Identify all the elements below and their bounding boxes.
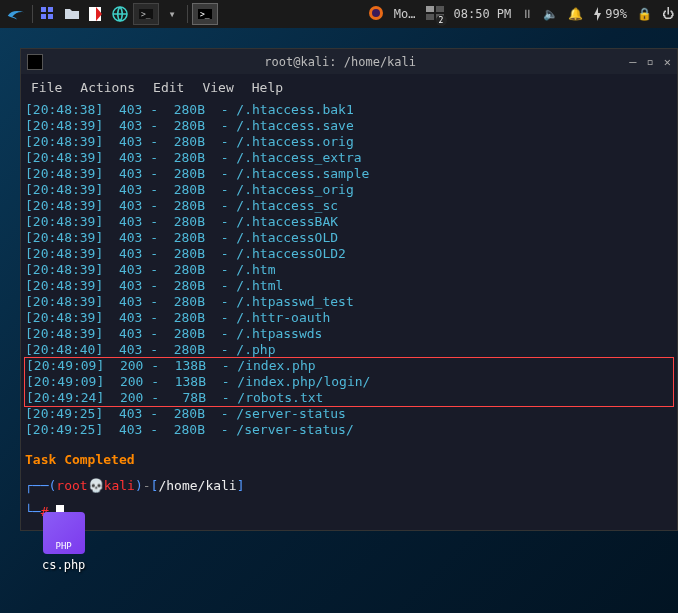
divider [187, 5, 188, 23]
prompt-line-1: ┌──(root💀kali)-[/home/kali] [25, 478, 673, 494]
workspace-badge: 2 [436, 15, 447, 26]
desktop-file-icon[interactable]: PHP cs.php [42, 512, 85, 572]
close-button[interactable]: ✕ [664, 55, 671, 69]
svg-rect-3 [48, 14, 53, 19]
chevron-down-icon[interactable]: ▾ [161, 3, 183, 25]
taskbar-app-title[interactable]: Mo… [394, 7, 416, 21]
task-completed: Task Completed [25, 452, 673, 468]
power-icon[interactable]: ⏻ [662, 7, 674, 21]
terminal-line: [20:49:25] 403 - 280B - /server-status [25, 406, 673, 422]
highlighted-results: [20:49:09] 200 - 138B - /index.php[20:49… [24, 357, 674, 407]
terminal-line: [20:48:39] 403 - 280B - /.htaccessOLD2 [25, 246, 673, 262]
kali-logo-icon[interactable] [4, 2, 28, 26]
skull-icon: 💀 [88, 478, 104, 493]
terminal-taskbar-active[interactable]: >_ [192, 3, 218, 25]
terminal-line: [20:48:39] 403 - 280B - /.htaccess.sampl… [25, 166, 673, 182]
svg-rect-14 [426, 14, 434, 20]
firefox-icon[interactable] [368, 5, 384, 24]
bell-icon[interactable]: 🔔 [568, 7, 583, 21]
prompt-path: /home/kali [158, 478, 236, 493]
minimize-button[interactable]: — [629, 55, 636, 69]
workspace-icon[interactable]: 2 [426, 6, 444, 23]
terminal-line: [20:48:39] 403 - 280B - /.htaccessBAK [25, 214, 673, 230]
volume-icon[interactable]: 🔈 [543, 7, 558, 21]
php-file-icon: PHP [43, 512, 85, 554]
terminal-line: [20:48:39] 403 - 280B - /.htaccess_sc [25, 198, 673, 214]
files-icon[interactable] [61, 3, 83, 25]
terminal-taskbar-1[interactable]: >_ [133, 3, 159, 25]
menu-file[interactable]: File [31, 80, 62, 95]
terminal-line: [20:49:09] 200 - 138B - /index.php [25, 358, 673, 374]
terminal-line: [20:48:39] 403 - 280B - /.htpasswd_test [25, 294, 673, 310]
terminal-line: [20:48:39] 403 - 280B - /.htpasswds [25, 326, 673, 342]
terminal-line: [20:48:39] 403 - 280B - /.htaccess.orig [25, 134, 673, 150]
clock[interactable]: 08:50 PM [454, 7, 512, 21]
panel-left: >_ ▾ >_ [4, 2, 218, 26]
prompt-user: root [56, 478, 87, 493]
menu-view[interactable]: View [202, 80, 233, 95]
terminal-window: root@kali: /home/kali — ▫ ✕ File Actions… [20, 48, 678, 531]
panel-right: Mo… 2 08:50 PM ⏸ 🔈 🔔 99% 🔒 ⏻ [368, 5, 674, 24]
grid-icon[interactable] [37, 3, 59, 25]
prompt-line-2[interactable]: └─# [25, 504, 673, 520]
svg-rect-2 [41, 14, 46, 19]
terminal-line: [20:49:24] 200 - 78B - /robots.txt [25, 390, 673, 406]
desktop-file-label: cs.php [42, 558, 85, 572]
prompt-host: kali [104, 478, 135, 493]
terminal-line: [20:48:38] 403 - 280B - /.htaccess.bak1 [25, 102, 673, 118]
terminal-line: [20:48:39] 403 - 280B - /.htm [25, 262, 673, 278]
svg-rect-12 [426, 6, 434, 12]
svg-point-11 [372, 9, 380, 17]
terminal-line: [20:48:39] 403 - 280B - /.htaccess.save [25, 118, 673, 134]
globe-icon[interactable] [109, 3, 131, 25]
media-icon[interactable]: ⏸ [521, 7, 533, 21]
titlebar[interactable]: root@kali: /home/kali — ▫ ✕ [21, 49, 677, 74]
menu-help[interactable]: Help [252, 80, 283, 95]
menu-edit[interactable]: Edit [153, 80, 184, 95]
menu-actions[interactable]: Actions [80, 80, 135, 95]
terminal-content[interactable]: [20:48:38] 403 - 280B - /.htaccess.bak1[… [21, 100, 677, 530]
svg-rect-13 [436, 6, 444, 12]
window-controls: — ▫ ✕ [629, 55, 671, 69]
terminal-line: [20:48:39] 403 - 280B - /.htaccess_extra [25, 150, 673, 166]
maximize-button[interactable]: ▫ [647, 55, 654, 69]
divider [32, 5, 33, 23]
edge-icon[interactable] [85, 3, 107, 25]
terminal-line: [20:48:39] 403 - 280B - /.httr-oauth [25, 310, 673, 326]
terminal-line: [20:49:25] 403 - 280B - /server-status/ [25, 422, 673, 438]
terminal-icon [27, 54, 43, 70]
svg-rect-0 [41, 7, 46, 12]
lock-icon[interactable]: 🔒 [637, 7, 652, 21]
terminal-line: [20:49:09] 200 - 138B - /index.php/login… [25, 374, 673, 390]
window-title: root@kali: /home/kali [51, 55, 629, 69]
terminal-line: [20:48:39] 403 - 280B - /.htaccessOLD [25, 230, 673, 246]
menubar: File Actions Edit View Help [21, 74, 677, 100]
terminal-line: [20:48:39] 403 - 280B - /.htaccess_orig [25, 182, 673, 198]
svg-text:>_: >_ [200, 10, 210, 19]
top-panel: >_ ▾ >_ Mo… 2 08:50 PM ⏸ 🔈 🔔 99% 🔒 ⏻ [0, 0, 678, 28]
battery-pct: 99% [605, 7, 627, 21]
terminal-line: [20:48:40] 403 - 280B - /.php [25, 342, 673, 358]
svg-text:>_: >_ [141, 10, 151, 19]
battery-icon[interactable]: 99% [593, 7, 627, 21]
terminal-line: [20:48:39] 403 - 280B - /.html [25, 278, 673, 294]
svg-rect-1 [48, 7, 53, 12]
